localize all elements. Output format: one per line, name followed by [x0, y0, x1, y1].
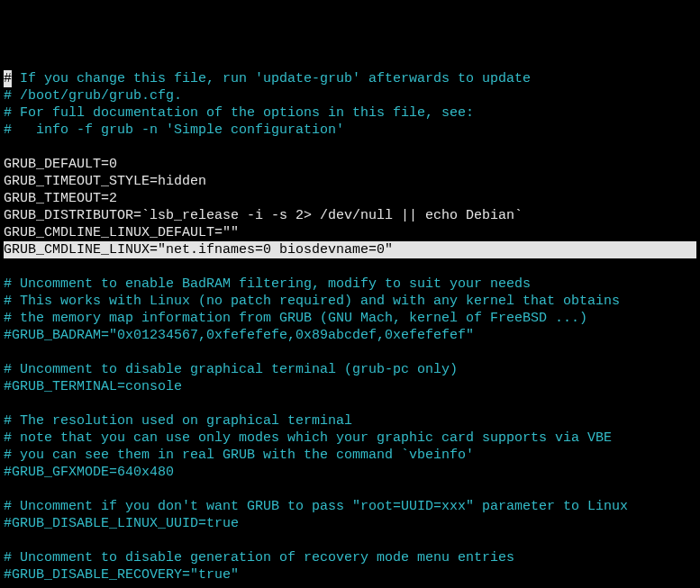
file-line: # Uncomment if you don't want GRUB to pa… — [4, 498, 698, 515]
file-line: #GRUB_TERMINAL=console — [4, 378, 698, 395]
file-line — [4, 344, 698, 361]
file-line: # /boot/grub/grub.cfg. — [4, 87, 698, 104]
file-line: # This works with Linux (no patch requir… — [4, 293, 698, 310]
file-line — [4, 139, 698, 156]
file-line — [4, 583, 698, 588]
file-line: # info -f grub -n 'Simple configuration' — [4, 122, 698, 139]
file-line: #GRUB_GFXMODE=640x480 — [4, 464, 698, 481]
file-line: GRUB_CMDLINE_LINUX_DEFAULT="" — [4, 224, 698, 241]
file-line: # Uncomment to disable generation of rec… — [4, 549, 698, 566]
file-line: # Uncomment to disable graphical termina… — [4, 361, 698, 378]
file-line: # The resolution used on graphical termi… — [4, 412, 698, 430]
file-line: GRUB_DISTRIBUTOR=`lsb_release -i -s 2> /… — [4, 207, 698, 224]
file-line — [4, 532, 698, 549]
file-line: GRUB_DEFAULT=0 — [4, 156, 698, 173]
file-line: # you can see them in real GRUB with the… — [4, 447, 698, 464]
file-line — [4, 258, 698, 276]
file-line: # note that you can use only modes which… — [4, 430, 698, 447]
terminal-editor[interactable]: # If you change this file, run 'update-g… — [4, 70, 698, 588]
cursor: # — [4, 70, 12, 87]
file-line: # If you change this file, run 'update-g… — [4, 70, 698, 87]
file-line-highlighted: GRUB_CMDLINE_LINUX="net.ifnames=0 biosde… — [4, 241, 696, 258]
file-line: GRUB_TIMEOUT=2 — [4, 190, 698, 207]
file-line: # Uncomment to enable BadRAM filtering, … — [4, 276, 698, 293]
file-line: GRUB_TIMEOUT_STYLE=hidden — [4, 173, 698, 190]
file-line: #GRUB_DISABLE_RECOVERY="true" — [4, 566, 698, 583]
file-line: # the memory map information from GRUB (… — [4, 310, 698, 327]
file-line — [4, 395, 698, 412]
file-line — [4, 481, 698, 498]
file-line: #GRUB_BADRAM="0x01234567,0xfefefefe,0x89… — [4, 327, 698, 344]
line-text: If you change this file, run 'update-gru… — [12, 71, 531, 86]
file-line: #GRUB_DISABLE_LINUX_UUID=true — [4, 515, 698, 532]
file-line: # For full documentation of the options … — [4, 104, 698, 122]
